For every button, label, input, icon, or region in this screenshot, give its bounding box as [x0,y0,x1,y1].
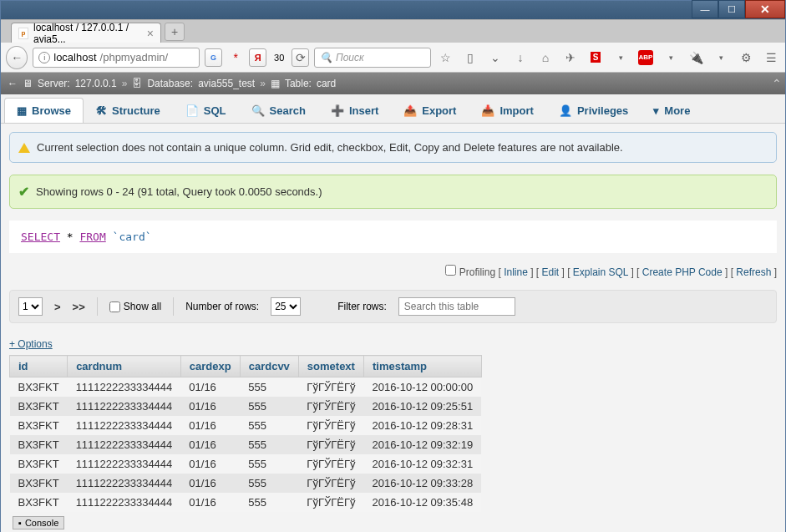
page-select[interactable]: 1 [18,297,43,316]
tab-label: Export [422,104,456,117]
refresh-link[interactable]: Refresh [736,266,771,278]
cell-cardcvv: 555 [240,416,298,435]
cell-cardcvv: 555 [240,474,298,493]
home-icon[interactable]: ⌂ [536,48,555,67]
next-page-button[interactable]: > [54,301,61,313]
new-tab-button[interactable]: + [165,23,185,41]
filter-input[interactable] [398,297,515,316]
table-row: BX3FKT111122223333444401/16555ГўГЎГЁГў20… [10,416,482,435]
collapse-icon[interactable]: ⌃ [772,77,782,90]
cell-cardexp: 01/16 [180,493,240,512]
tab-structure[interactable]: 🛠Structure [84,98,173,123]
create-php-link[interactable]: Create PHP Code [642,266,723,278]
explain-link[interactable]: Explain SQL [573,266,628,278]
insert-icon: ➕ [331,104,344,117]
column-header-sometext[interactable]: sometext [298,356,363,377]
crumb-db-value[interactable]: avia555_test [198,78,255,89]
column-header-id[interactable]: id [10,356,68,377]
yandex-icon[interactable]: Я [249,48,266,67]
tab-label: Search [270,104,306,117]
nav-toggle-icon[interactable]: ← [8,78,18,89]
send-icon[interactable]: ✈ [561,48,580,67]
tab-privileges[interactable]: 👤Privileges [546,98,641,123]
window-maximize-button[interactable]: ☐ [718,0,745,18]
extension-s-icon[interactable]: S [586,48,605,67]
sidebar-icon[interactable]: ▯ [461,48,479,67]
cell-cardcvv: 555 [240,397,298,416]
options-link[interactable]: + Options [9,338,53,350]
tab-more[interactable]: ▾More [641,98,702,123]
sql-query-display: SELECT * FROM `card` [9,220,777,253]
column-header-timestamp[interactable]: timestamp [363,356,481,377]
window-close-button[interactable]: ✕ [745,0,785,18]
google-icon[interactable]: G [205,48,222,67]
cell-timestamp: 2016-10-12 09:35:48 [363,493,481,512]
cell-cardnum: 1111222233334444 [68,377,181,398]
table-icon: ▦ [271,78,280,89]
crumb-table-value[interactable]: card [317,78,336,89]
reload-button[interactable]: ⟳ [292,48,309,67]
settings-gear-icon[interactable]: ⚙ [737,48,755,67]
cell-cardexp: 01/16 [180,454,240,474]
search-box[interactable]: 🔍 Поиск [314,48,431,68]
cell-timestamp: 2016-10-12 09:32:19 [363,435,481,454]
profiling-checkbox[interactable] [445,265,456,276]
tab-sql[interactable]: 📄SQL [173,98,239,123]
tab-label: Insert [349,104,378,117]
cell-cardnum: 1111222233334444 [68,397,181,416]
column-header-cardnum[interactable]: cardnum [68,356,181,377]
filter-label: Filter rows: [337,301,387,312]
table-row: BX3FKT111122223333444401/16555ГўГЎГЁГў20… [10,493,482,512]
url-bar[interactable]: i localhost/phpmyadmin/ [33,48,200,68]
breadcrumb: ← 🖥 Server: 127.0.0.1 » 🗄 Database: avia… [1,73,785,94]
tab-import[interactable]: 📥Import [469,98,545,123]
adblock-icon[interactable]: ABP [636,48,655,67]
tab-search[interactable]: 🔍Search [239,98,318,123]
inline-link[interactable]: Inline [504,266,528,278]
search-tab-icon: 🔍 [251,104,265,117]
dropdown-icon-2[interactable]: ▾ [662,48,680,67]
console-label: Console [25,518,58,528]
menu-hamburger-icon[interactable]: ☰ [762,48,780,67]
search-icon: 🔍 [320,52,332,63]
cell-id: BX3FKT [10,493,68,512]
cell-id: BX3FKT [10,474,68,493]
browser-toolbar: ← i localhost/phpmyadmin/ G * Я 30 ⟳ 🔍 П… [1,43,785,73]
sql-select: SELECT [21,231,60,243]
crumb-server-value[interactable]: 127.0.0.1 [75,78,117,89]
downloads-icon[interactable]: ↓ [511,48,530,67]
dropdown-icon[interactable]: ▾ [611,48,630,67]
num-rows-select[interactable]: 25 [271,297,301,316]
column-header-cardcvv[interactable]: cardcvv [240,356,298,377]
url-host: localhost [53,51,96,63]
bookmark-star-icon[interactable]: ☆ [436,48,454,67]
back-button[interactable]: ← [6,46,28,69]
cell-sometext: ГўГЎГЁГў [298,397,363,416]
success-notice: ✔ Showing rows 0 - 24 (91 total, Query t… [9,175,777,209]
tab-label: More [664,104,690,117]
dropdown-icon-3[interactable]: ▾ [712,48,730,67]
tab-label: Browse [32,104,71,117]
table-row: BX3FKT111122223333444401/16555ГўГЎГЁГў20… [10,435,482,454]
tab-browse[interactable]: ▦Browse [4,98,84,123]
privileges-icon: 👤 [559,104,572,117]
column-header-cardexp[interactable]: cardexp [180,356,240,377]
divider [97,297,98,316]
crumb-db-label: Database: [147,78,193,89]
check-icon: ✔ [18,184,29,200]
browser-tab[interactable]: p localhost / 127.0.0.1 / avia5... × [11,23,161,43]
site-info-icon[interactable]: i [38,52,50,63]
tab-export[interactable]: 📤Export [391,98,469,123]
tab-close-icon[interactable]: × [147,27,154,40]
tab-insert[interactable]: ➕Insert [318,98,391,123]
num-rows-label: Number of rows: [185,301,259,312]
show-all-checkbox[interactable] [109,301,120,312]
last-page-button[interactable]: >> [73,301,85,313]
table-row: BX3FKT111122223333444401/16555ГўГЎГЁГў20… [10,454,482,474]
pocket-icon[interactable]: ⌄ [486,48,505,67]
search-placeholder: Поиск [336,52,364,63]
extension-plugin-icon[interactable]: 🔌 [687,48,705,67]
window-minimize-button[interactable]: — [692,0,718,18]
console-toggle[interactable]: ▪ Console [13,516,64,529]
edit-link[interactable]: Edit [541,266,559,278]
